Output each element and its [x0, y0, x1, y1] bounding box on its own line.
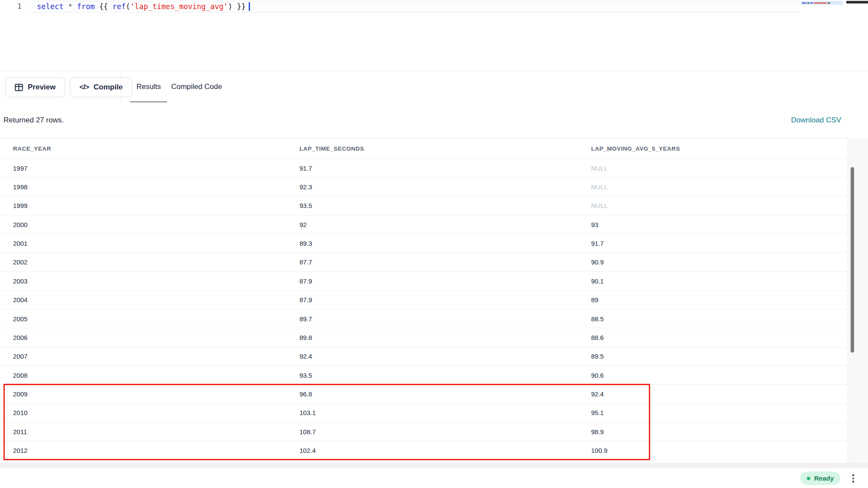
table-row: 1997 91.7 NULL — [0, 159, 847, 178]
table-row: 2011 108.7 98.9 — [0, 422, 847, 441]
status-bar: Ready — [0, 468, 868, 488]
minimap-code-segment — [828, 3, 830, 3]
cell-lap-time-seconds: 93.5 — [299, 197, 312, 215]
cell-lap-time-seconds: 87.9 — [299, 272, 312, 290]
editor-scrollbar-thumb[interactable] — [846, 1, 868, 3]
vertical-scrollbar-track[interactable] — [848, 138, 868, 465]
compile-button-label: Compile — [94, 83, 123, 92]
cell-race-year: 2003 — [13, 272, 27, 290]
minimap-code-segment — [810, 3, 813, 3]
cell-lap-time-seconds: 92 — [299, 215, 307, 234]
cell-race-year: 2011 — [13, 422, 27, 441]
table-row: 2005 89.7 88.5 — [0, 310, 847, 328]
column-header-lap-time-seconds: LAP_TIME_SECONDS — [299, 138, 364, 159]
minimap-code-segment — [814, 3, 827, 3]
editor-minimap[interactable] — [801, 0, 843, 16]
cell-lap-time-seconds: 91.7 — [299, 159, 312, 177]
table-grid-icon — [15, 84, 23, 91]
cell-lap-time-seconds: 89.7 — [299, 310, 312, 328]
minimap-code-segment — [807, 3, 809, 3]
kebab-menu-icon[interactable] — [850, 472, 857, 485]
returned-rows-text: Returned 27 rows. — [3, 116, 64, 125]
toolbar-divider — [121, 71, 121, 102]
cell-lap-moving-avg-5-years: NULL — [591, 197, 608, 215]
cell-lap-moving-avg-5-years: NULL — [591, 159, 608, 177]
cell-lap-time-seconds: 103.1 — [299, 404, 316, 422]
cell-lap-time-seconds: 93.5 — [299, 366, 312, 384]
cell-race-year: 2002 — [13, 253, 27, 271]
vertical-scrollbar-thumb[interactable] — [851, 167, 854, 353]
table-row: 1998 92.3 NULL — [0, 178, 847, 196]
tab-results[interactable]: Results — [130, 71, 167, 102]
cell-race-year: 2008 — [13, 366, 27, 384]
table-row: 2009 96.8 92.4 — [0, 385, 847, 403]
table-row: 2007 92.4 89.5 — [0, 347, 847, 366]
toolbar: Preview </> Compile Results Compiled Cod… — [0, 71, 868, 102]
cell-lap-time-seconds: 89.3 — [299, 234, 312, 252]
table-row: 2012 102.4 100.9 — [0, 441, 847, 460]
preview-button-label: Preview — [28, 83, 56, 92]
table-row: 2001 89.3 91.7 — [0, 234, 847, 253]
cell-race-year: 2012 — [13, 441, 27, 459]
cell-race-year: 1997 — [13, 159, 27, 177]
cell-race-year: 2009 — [13, 385, 27, 403]
cell-race-year: 2001 — [13, 234, 27, 252]
cell-lap-moving-avg-5-years: 89 — [591, 291, 598, 309]
cell-race-year: 2010 — [13, 404, 27, 422]
table-row: 2002 87.7 90.9 — [0, 253, 847, 272]
status-dot-icon — [807, 477, 810, 480]
cell-lap-time-seconds: 96.8 — [299, 385, 312, 403]
tab-results-label: Results — [136, 82, 161, 91]
cell-race-year: 2005 — [13, 310, 27, 328]
results-info-bar: Returned 27 rows. Download CSV — [0, 102, 868, 138]
cell-race-year: 2004 — [13, 291, 27, 309]
tab-compiled-code[interactable]: Compiled Code — [171, 71, 223, 102]
cell-lap-time-seconds: 87.7 — [299, 253, 312, 271]
sql-code-line[interactable]: select * from {{ ref('lap_times_moving_a… — [37, 2, 250, 12]
cell-race-year: 2000 — [13, 215, 27, 234]
results-table-body: 1997 91.7 NULL 1998 92.3 NULL 1999 93.5 … — [0, 159, 847, 460]
table-row: 2003 87.9 90.1 — [0, 272, 847, 290]
cell-lap-time-seconds: 87.9 — [299, 291, 312, 309]
cell-lap-moving-avg-5-years: 88.5 — [591, 310, 604, 328]
table-row: 2010 103.1 95.1 — [0, 404, 847, 422]
results-table-header: RACE_YEAR LAP_TIME_SECONDS LAP_MOVING_AV… — [0, 138, 847, 159]
cell-race-year: 2006 — [13, 328, 27, 346]
minimap-current-line — [801, 1, 843, 5]
cell-lap-moving-avg-5-years: 93 — [591, 215, 598, 234]
cell-race-year: 2007 — [13, 347, 27, 366]
cell-race-year: 1998 — [13, 178, 27, 196]
table-row: 2008 93.5 90.6 — [0, 366, 847, 385]
download-csv-link[interactable]: Download CSV — [791, 116, 841, 125]
column-header-race-year: RACE_YEAR — [13, 138, 51, 159]
cell-lap-moving-avg-5-years: 92.4 — [591, 385, 604, 403]
cell-lap-moving-avg-5-years: 89.5 — [591, 347, 604, 366]
ready-status-badge: Ready — [800, 472, 840, 485]
cell-lap-moving-avg-5-years: 88.6 — [591, 328, 604, 346]
table-row: 2000 92 93 — [0, 215, 847, 234]
column-header-lap-moving-avg-5-years: LAP_MOVING_AVG_5_YEARS — [591, 138, 680, 159]
table-row: 1999 93.5 NULL — [0, 197, 847, 215]
cell-race-year: 1999 — [13, 197, 27, 215]
cell-lap-time-seconds: 92.3 — [299, 178, 312, 196]
cell-lap-time-seconds: 92.4 — [299, 347, 312, 366]
text-cursor — [249, 2, 250, 11]
cell-lap-time-seconds: 89.8 — [299, 328, 312, 346]
code-editor[interactable]: 1 select * from {{ ref('lap_times_moving… — [0, 0, 868, 71]
preview-button[interactable]: Preview — [5, 77, 65, 97]
table-row: 2004 87.9 89 — [0, 291, 847, 310]
cell-lap-moving-avg-5-years: 95.1 — [591, 404, 604, 422]
horizontal-scrollbar-track[interactable] — [0, 463, 868, 468]
line-number: 1 — [17, 2, 22, 10]
cell-lap-moving-avg-5-years: 100.9 — [591, 441, 608, 459]
ready-status-label: Ready — [814, 475, 834, 482]
code-brackets-icon: </> — [79, 83, 89, 92]
cell-lap-moving-avg-5-years: 90.9 — [591, 253, 604, 271]
cell-lap-time-seconds: 102.4 — [299, 441, 316, 459]
cell-lap-time-seconds: 108.7 — [299, 422, 316, 441]
compile-button[interactable]: </> Compile — [70, 77, 132, 97]
tab-compiled-code-label: Compiled Code — [171, 82, 222, 91]
cell-lap-moving-avg-5-years: 90.6 — [591, 366, 604, 384]
cell-lap-moving-avg-5-years: 98.9 — [591, 422, 604, 441]
minimap-code-segment — [802, 3, 806, 3]
